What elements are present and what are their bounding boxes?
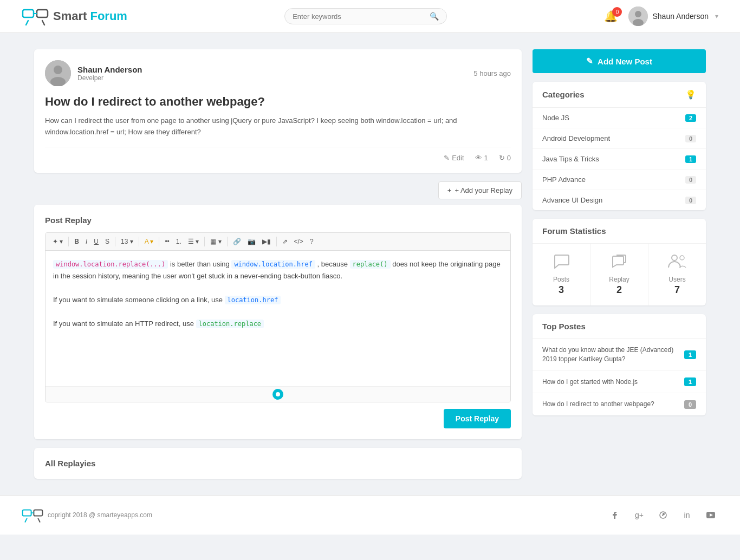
code-replace-fn: replace()	[350, 260, 391, 269]
category-name: Node JS	[542, 114, 569, 122]
toolbar-separator-3	[139, 237, 139, 246]
toolbar-underline-btn[interactable]: U	[91, 236, 101, 247]
toolbar-separator-7	[276, 237, 277, 246]
toolbar-link-btn[interactable]: 🔗	[230, 236, 244, 247]
editor-text-5: If you want to simulate an HTTP redirect…	[53, 320, 196, 328]
svg-point-4	[635, 11, 641, 17]
search-input[interactable]	[293, 12, 430, 21]
category-item[interactable]: Node JS2	[533, 108, 706, 128]
logo[interactable]: Smart Forum	[22, 5, 127, 27]
replay-icon	[611, 253, 627, 272]
linkedin-icon[interactable]: in	[679, 507, 694, 523]
code-location-href: location.href	[225, 296, 281, 304]
toolbar-separator-4	[159, 237, 159, 246]
add-reply-button[interactable]: + + Add your Replay	[438, 181, 522, 199]
category-name: Advance UI Design	[542, 196, 602, 204]
user-menu[interactable]: Shaun Anderson ▾	[628, 6, 718, 26]
forum-stats-header: Forum Statistics	[533, 219, 706, 244]
toolbar-separator-1	[68, 237, 69, 246]
editor-container: ✦ ▾ B I U S 13 ▾ A ▾ •• 1. ☰ ▾ ▦ ▾	[45, 232, 511, 402]
editor-resize-handle[interactable]	[46, 386, 510, 402]
youtube-icon[interactable]	[703, 507, 718, 523]
top-post-item[interactable]: What do you know about the JEE (Advanced…	[533, 339, 706, 371]
category-name: Android Development	[542, 134, 610, 142]
toolbar-align-btn[interactable]: ☰ ▾	[185, 236, 202, 247]
search-button[interactable]: 🔍	[430, 12, 439, 21]
edit-new-icon: ✎	[586, 56, 593, 66]
forum-stats-title: Forum Statistics	[542, 226, 606, 236]
post-time: 5 hours ago	[473, 69, 511, 77]
toolbar-fullscreen-btn[interactable]: ⇗	[280, 236, 290, 247]
category-name: PHP Advance	[542, 175, 586, 184]
post-body: How can I redirect the user from one pag…	[45, 115, 511, 138]
category-count: 0	[685, 176, 696, 184]
avatar-svg	[628, 6, 648, 26]
users-value: 7	[674, 284, 680, 296]
users-label: Users	[668, 276, 685, 283]
facebook-icon[interactable]	[608, 507, 623, 523]
editor-toolbar: ✦ ▾ B I U S 13 ▾ A ▾ •• 1. ☰ ▾ ▦ ▾	[46, 233, 510, 251]
toolbar-magic-btn[interactable]: ✦ ▾	[50, 236, 66, 247]
categories-title: Categories	[542, 90, 585, 99]
toolbar-ul-btn[interactable]: ••	[162, 236, 172, 247]
toolbar-strike-btn[interactable]: S	[102, 236, 112, 247]
toolbar-ol-btn[interactable]: 1.	[173, 236, 184, 247]
toolbar-image-btn[interactable]: 📷	[245, 236, 258, 247]
posts-label: Posts	[553, 276, 569, 283]
footer-logo: copright 2018 @ smarteyeapps.com	[22, 506, 152, 524]
toolbar-help-btn[interactable]: ?	[307, 236, 316, 247]
svg-rect-12	[23, 510, 31, 516]
top-post-text: How do I redirect to another webpage?	[542, 400, 679, 409]
toolbar-code-btn[interactable]: </>	[291, 236, 306, 247]
top-post-item[interactable]: How do I get started with Node.js1	[533, 371, 706, 394]
edit-icon: ✎	[444, 154, 450, 162]
eye-icon: 👁	[475, 154, 482, 162]
top-post-item[interactable]: How do I redirect to another webpage?0	[533, 393, 706, 415]
category-count: 2	[685, 114, 696, 122]
category-count: 1	[685, 155, 696, 163]
resize-indicator	[272, 389, 283, 400]
svg-point-7	[54, 66, 62, 74]
footer: copright 2018 @ smarteyeapps.com g+ in	[0, 495, 740, 535]
code-href: window.location.href	[231, 260, 315, 269]
logo-text: Smart Forum	[53, 9, 127, 23]
toolbar-bold-btn[interactable]: B	[72, 236, 82, 247]
editor-body[interactable]: window.location.replace(...) is better t…	[46, 251, 510, 386]
stat-users: Users 7	[648, 244, 706, 305]
footer-logo-icon	[22, 506, 43, 524]
toolbar-separator-5	[204, 237, 205, 246]
pinterest-icon[interactable]	[655, 507, 671, 523]
post-card: Shaun Anderson Develper 5 hours ago How …	[34, 49, 522, 173]
lightbulb-icon: 💡	[685, 89, 696, 100]
toolbar-separator-6	[227, 237, 228, 246]
category-item[interactable]: Java Tips & Tricks1	[533, 149, 706, 170]
category-item[interactable]: PHP Advance0	[533, 170, 706, 190]
add-new-post-button[interactable]: ✎ Add New Post	[533, 49, 706, 73]
category-item[interactable]: Android Development0	[533, 128, 706, 149]
search-bar: 🔍	[284, 8, 447, 24]
toolbar-italic-btn[interactable]: I	[83, 236, 90, 247]
sidebar: ✎ Add New Post Categories 💡 Node JS2Andr…	[533, 49, 706, 479]
category-item[interactable]: Advance UI Design0	[533, 190, 706, 210]
toolbar-video-btn[interactable]: ▶▮	[259, 236, 274, 247]
svg-point-10	[672, 255, 677, 261]
toolbar-table-btn[interactable]: ▦ ▾	[207, 236, 224, 247]
svg-point-9	[276, 392, 280, 396]
all-replies-card: All Replayies	[34, 448, 522, 479]
post-author-name: Shaun Anderson	[77, 65, 142, 74]
toolbar-fontsize-btn[interactable]: 13 ▾	[118, 236, 136, 247]
footer-socials: g+ in	[608, 507, 718, 523]
edit-button[interactable]: ✎ Edit	[444, 154, 464, 162]
notification-bell[interactable]: 🔔 0	[604, 10, 618, 23]
editor-text-4: If you want to simulate someone clicking…	[53, 296, 225, 304]
post-title: How do I redirect to another webpage?	[45, 95, 511, 109]
header-right: 🔔 0 Shaun Anderson ▾	[604, 6, 718, 26]
add-reply-section: + + Add your Replay	[34, 181, 522, 199]
googleplus-icon[interactable]: g+	[632, 507, 647, 523]
top-post-text: How do I get started with Node.js	[542, 377, 679, 387]
toolbar-color-btn[interactable]: A ▾	[142, 236, 157, 247]
post-reply-button[interactable]: Post Replay	[444, 409, 511, 428]
top-post-text: What do you know about the JEE (Advanced…	[542, 346, 679, 364]
category-count: 0	[685, 135, 696, 142]
main-container: Shaun Anderson Develper 5 hours ago How …	[23, 49, 717, 479]
